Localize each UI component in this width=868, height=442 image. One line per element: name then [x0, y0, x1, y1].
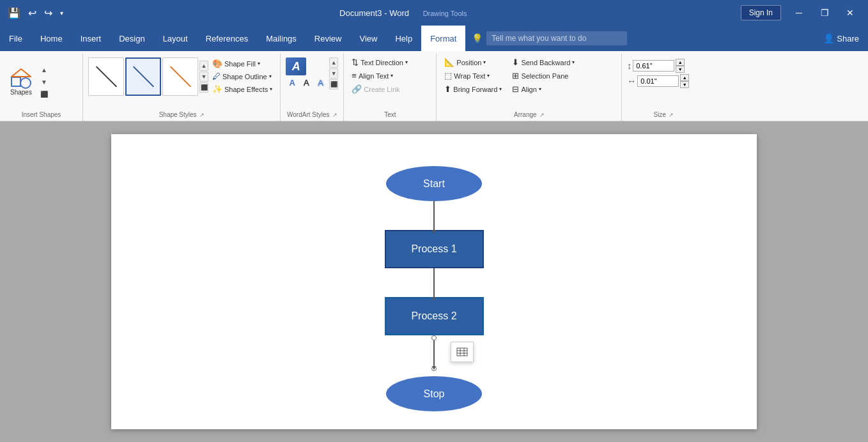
align-text-dropdown: ▾	[391, 73, 393, 79]
shape-fill-button[interactable]: 🎨 Shape Fill ▾	[210, 57, 275, 70]
wrap-text-icon: ⬚	[444, 71, 452, 80]
width-spinner: ▲ ▼	[680, 74, 689, 88]
menu-review[interactable]: Review	[306, 26, 351, 51]
wordart-styles-label: WordArt Styles ↗	[283, 110, 341, 121]
wordart-a-button[interactable]: A	[286, 57, 306, 75]
wordart-text-fill[interactable]: A	[286, 77, 298, 88]
wordart-scroll-expand[interactable]: ⬛	[329, 79, 338, 89]
shapes-expand[interactable]: ⬛	[38, 88, 50, 100]
bring-forward-button[interactable]: ⬆ Bring Forward ▾	[442, 83, 504, 95]
position-dropdown: ▾	[483, 59, 486, 65]
document-page[interactable]: Start Process 1 Process 2	[111, 134, 757, 429]
process1-shape[interactable]: Process 1	[385, 230, 484, 268]
send-backward-button[interactable]: ⬇ Send Backward ▾	[509, 56, 577, 68]
shapes-side-controls: ▲ ▼ ⬛	[38, 64, 50, 100]
style-scroll-down[interactable]: ▼	[199, 72, 208, 82]
menu-layout[interactable]: Layout	[154, 26, 197, 51]
menu-design[interactable]: Design	[110, 26, 153, 51]
restore-button[interactable]: ❐	[812, 3, 837, 23]
ft-table-icon[interactable]	[454, 345, 470, 359]
insert-shapes-group: Shapes ▲ ▼ ⬛ Insert Shapes	[0, 54, 83, 121]
size-expand-icon[interactable]: ↗	[669, 112, 674, 118]
shapes-icon	[11, 68, 31, 89]
selection-pane-icon: ⊞	[512, 71, 519, 80]
close-button[interactable]: ✕	[837, 3, 863, 23]
shape-style-1[interactable]	[88, 57, 124, 96]
width-icon: ↔	[627, 76, 636, 86]
share-button[interactable]: 👤 Share	[814, 26, 868, 51]
menu-format[interactable]: Format	[421, 26, 465, 51]
height-spinner: ▲ ▼	[676, 59, 685, 73]
shape-style-3[interactable]	[162, 57, 198, 96]
save-button[interactable]: 💾	[5, 4, 23, 22]
shapes-scroll-down[interactable]: ▼	[38, 76, 50, 88]
width-spin-down[interactable]: ▼	[680, 81, 689, 88]
menu-home[interactable]: Home	[31, 26, 72, 51]
shape-style-2[interactable]	[125, 57, 161, 96]
bring-forward-icon: ⬆	[444, 84, 451, 94]
start-shape[interactable]: Start	[386, 166, 482, 201]
wordart-text-outline[interactable]: A	[300, 77, 313, 88]
redo-button[interactable]: ↪	[42, 4, 55, 22]
text-direction-dropdown: ▾	[405, 59, 408, 65]
menu-view[interactable]: View	[350, 26, 386, 51]
sign-in-button[interactable]: Sign In	[741, 5, 781, 20]
drawing-tools-label: Drawing Tools	[423, 10, 467, 17]
stop-shape[interactable]: Stop	[386, 376, 482, 411]
menu-references[interactable]: References	[197, 26, 257, 51]
shapes-button[interactable]: Shapes	[5, 66, 37, 98]
create-link-button[interactable]: 🔗 Create Link	[349, 83, 410, 95]
line-preview-black	[95, 66, 116, 87]
menu-help[interactable]: Help	[386, 26, 421, 51]
height-spin-down[interactable]: ▼	[676, 66, 685, 73]
menu-mailings[interactable]: Mailings	[257, 26, 306, 51]
shape-outline-button[interactable]: 🖊 Shape Outline ▾	[210, 70, 275, 82]
align-button[interactable]: ⊟ Align ▾	[509, 83, 577, 95]
process2-shape[interactable]: Process 2	[385, 297, 484, 335]
text-group-label: Text	[346, 110, 433, 121]
style-scroll-up[interactable]: ▲	[199, 61, 208, 71]
arrow-3-line: ▼	[433, 340, 435, 366]
send-backward-icon: ⬇	[512, 57, 519, 67]
shapes-label: Shapes	[10, 89, 32, 96]
text-direction-button[interactable]: ⇅ Text Direction ▾	[349, 56, 410, 68]
qat-more-button[interactable]: ▾	[58, 7, 66, 19]
canvas-area[interactable]: Start Process 1 Process 2	[0, 121, 868, 442]
wordart-scroll-down[interactable]: ▼	[329, 68, 338, 79]
menu-insert[interactable]: Insert	[72, 26, 111, 51]
style-scroll-expand[interactable]: ⬛	[199, 82, 208, 93]
effects-dropdown-icon: ▾	[270, 86, 272, 92]
shape-effects-button[interactable]: ✨ Shape Effects ▾	[210, 83, 275, 95]
arrange-expand-icon[interactable]: ↗	[539, 112, 545, 118]
height-row: ↕ ▲ ▼	[627, 59, 689, 73]
wrap-text-button[interactable]: ⬚ Wrap Text ▾	[442, 70, 504, 82]
align-icon: ⊟	[512, 84, 519, 94]
tell-me-bar[interactable]: 💡	[465, 26, 814, 51]
selection-pane-button[interactable]: ⊞ Selection Pane	[509, 70, 577, 82]
menu-file[interactable]: File	[0, 26, 31, 51]
align-text-button[interactable]: ≡ Align Text ▾	[349, 70, 410, 82]
arrange-group: 📐 Position ▾ ⬚ Wrap Text ▾ ⬆ Bring Forwa…	[437, 54, 622, 121]
wordart-text-effects[interactable]: A	[314, 77, 327, 88]
bring-forward-dropdown: ▾	[499, 86, 502, 92]
window-controls: ─ ❐ ✕	[786, 3, 863, 23]
shape-styles-expand-icon[interactable]: ↗	[199, 112, 205, 118]
align-dropdown: ▾	[539, 86, 541, 92]
minimize-button[interactable]: ─	[786, 3, 812, 23]
arrange-content: 📐 Position ▾ ⬚ Wrap Text ▾ ⬆ Bring Forwa…	[439, 54, 619, 110]
flowchart: Start Process 1 Process 2	[385, 166, 484, 411]
tell-me-input[interactable]	[486, 31, 627, 45]
svg-rect-0	[12, 77, 20, 86]
position-button[interactable]: 📐 Position ▾	[442, 56, 504, 68]
width-input[interactable]	[637, 75, 679, 87]
height-input[interactable]	[633, 60, 674, 72]
send-backward-dropdown: ▾	[572, 59, 575, 65]
shapes-scroll-up[interactable]: ▲	[38, 64, 50, 75]
text-content: ⇅ Text Direction ▾ ≡ Align Text ▾ 🔗 Crea…	[346, 54, 433, 110]
wordart-expand-icon[interactable]: ↗	[332, 112, 337, 118]
height-spin-up[interactable]: ▲	[676, 59, 685, 66]
width-spin-up[interactable]: ▲	[680, 74, 689, 81]
wordart-scroll-up[interactable]: ▲	[329, 57, 338, 68]
undo-button[interactable]: ↩	[26, 4, 39, 22]
size-content: ↕ ▲ ▼ ↔ ▲ ▼	[624, 54, 702, 110]
